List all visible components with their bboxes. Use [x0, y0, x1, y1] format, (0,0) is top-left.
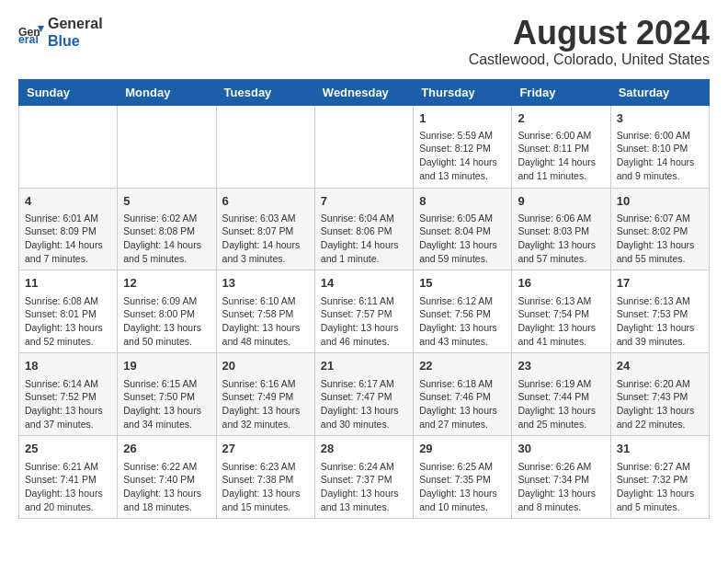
day-info-text: Daylight: 13 hours — [123, 322, 201, 333]
cell-content-13: 13Sunrise: 6:10 AMSunset: 7:58 PMDayligh… — [222, 275, 309, 348]
cell-content-21: 21Sunrise: 6:17 AMSunset: 7:47 PMDayligh… — [321, 358, 407, 431]
day-cell-18: 18Sunrise: 6:14 AMSunset: 7:52 PMDayligh… — [19, 353, 118, 436]
day-cell-17: 17Sunrise: 6:13 AMSunset: 7:53 PMDayligh… — [610, 270, 709, 353]
day-number-30: 30 — [518, 441, 604, 457]
day-number-24: 24 — [617, 358, 703, 374]
day-cell-25: 25Sunrise: 6:21 AMSunset: 7:41 PMDayligh… — [19, 436, 118, 519]
day-info-text: Sunset: 7:44 PM — [518, 391, 589, 402]
day-info-text: Sunrise: 6:13 AM — [617, 295, 690, 306]
day-number-5: 5 — [123, 193, 210, 210]
cell-content-15: 15Sunrise: 6:12 AMSunset: 7:56 PMDayligh… — [419, 275, 506, 348]
day-info-text: and 18 minutes. — [123, 501, 192, 512]
day-info-text: and 59 minutes. — [419, 253, 488, 264]
day-header-tuesday: Tuesday — [216, 79, 314, 105]
day-info-text: Sunrise: 6:23 AM — [222, 461, 296, 472]
day-info-text: Sunset: 7:56 PM — [419, 308, 491, 319]
day-number-12: 12 — [123, 275, 210, 292]
day-number-29: 29 — [419, 441, 506, 457]
day-number-8: 8 — [419, 193, 506, 210]
day-number-10: 10 — [617, 193, 703, 210]
logo-blue: Blue — [48, 33, 80, 49]
day-info-text: Sunrise: 6:10 AM — [222, 295, 296, 306]
week-row-2: 4Sunrise: 6:01 AMSunset: 8:09 PMDaylight… — [19, 188, 710, 270]
day-info-text: Daylight: 14 hours — [25, 239, 103, 250]
empty-cell — [216, 105, 314, 188]
day-number-15: 15 — [419, 275, 506, 292]
location-subtitle: Castlewood, Colorado, United States — [469, 52, 710, 68]
empty-cell — [118, 105, 216, 188]
day-info-text: Daylight: 14 hours — [222, 239, 301, 250]
day-info-text: and 7 minutes. — [25, 253, 88, 264]
day-info-text: and 9 minutes. — [617, 170, 680, 181]
day-cell-26: 26Sunrise: 6:22 AMSunset: 7:40 PMDayligh… — [118, 436, 216, 519]
day-info-text: Sunset: 8:10 PM — [617, 143, 688, 154]
day-cell-3: 3Sunrise: 6:00 AMSunset: 8:10 PMDaylight… — [610, 105, 709, 188]
day-info-text: Sunrise: 6:09 AM — [123, 295, 197, 306]
day-info-text: and 46 minutes. — [321, 336, 390, 347]
day-cell-9: 9Sunrise: 6:06 AMSunset: 8:03 PMDaylight… — [512, 188, 610, 270]
day-number-28: 28 — [321, 441, 407, 457]
day-info-text: and 13 minutes. — [419, 170, 488, 181]
day-number-9: 9 — [518, 193, 604, 210]
cell-content-27: 27Sunrise: 6:23 AMSunset: 7:38 PMDayligh… — [222, 441, 309, 513]
day-cell-28: 28Sunrise: 6:24 AMSunset: 7:37 PMDayligh… — [314, 436, 413, 519]
day-info-text: Sunset: 7:50 PM — [123, 391, 195, 402]
day-info-text: Sunset: 8:12 PM — [419, 143, 491, 154]
day-info-text: Sunset: 7:34 PM — [518, 474, 589, 485]
day-cell-16: 16Sunrise: 6:13 AMSunset: 7:54 PMDayligh… — [512, 270, 610, 353]
day-number-17: 17 — [617, 275, 703, 292]
day-info-text: Daylight: 13 hours — [419, 239, 497, 250]
day-number-16: 16 — [518, 275, 604, 292]
day-number-13: 13 — [222, 275, 309, 292]
day-info-text: Sunset: 8:08 PM — [123, 225, 195, 236]
day-info-text: Sunset: 7:35 PM — [419, 474, 491, 485]
day-info-text: Sunrise: 6:19 AM — [518, 378, 591, 389]
day-number-21: 21 — [321, 358, 407, 374]
day-info-text: Daylight: 13 hours — [419, 322, 497, 333]
cell-content-29: 29Sunrise: 6:25 AMSunset: 7:35 PMDayligh… — [419, 441, 506, 513]
days-header-row: SundayMondayTuesdayWednesdayThursdayFrid… — [19, 79, 710, 105]
day-number-3: 3 — [617, 110, 703, 127]
day-cell-11: 11Sunrise: 6:08 AMSunset: 8:01 PMDayligh… — [19, 270, 118, 353]
day-info-text: Sunset: 7:40 PM — [123, 474, 195, 485]
day-info-text: Sunrise: 6:18 AM — [419, 378, 493, 389]
day-info-text: Sunrise: 6:03 AM — [222, 213, 296, 224]
day-header-friday: Friday — [512, 79, 610, 105]
day-info-text: and 41 minutes. — [518, 336, 586, 347]
day-info-text: Sunset: 8:06 PM — [321, 225, 392, 236]
day-info-text: Daylight: 14 hours — [518, 156, 596, 167]
day-info-text: Sunrise: 6:14 AM — [25, 378, 98, 389]
day-info-text: Sunset: 7:46 PM — [419, 391, 491, 402]
day-number-31: 31 — [617, 441, 703, 457]
cell-content-3: 3Sunrise: 6:00 AMSunset: 8:10 PMDaylight… — [617, 110, 703, 183]
day-info-text: Sunrise: 6:27 AM — [617, 461, 690, 472]
cell-content-4: 4Sunrise: 6:01 AMSunset: 8:09 PMDaylight… — [25, 193, 111, 266]
cell-content-5: 5Sunrise: 6:02 AMSunset: 8:08 PMDaylight… — [123, 193, 210, 266]
day-cell-10: 10Sunrise: 6:07 AMSunset: 8:02 PMDayligh… — [610, 188, 709, 270]
day-info-text: Daylight: 13 hours — [518, 239, 596, 250]
day-info-text: Sunrise: 6:12 AM — [419, 295, 493, 306]
day-info-text: Sunrise: 6:16 AM — [222, 378, 296, 389]
day-number-22: 22 — [419, 358, 506, 374]
day-info-text: Daylight: 14 hours — [419, 156, 497, 167]
day-info-text: Sunset: 7:58 PM — [222, 308, 294, 319]
day-info-text: Sunset: 7:38 PM — [222, 474, 294, 485]
day-cell-13: 13Sunrise: 6:10 AMSunset: 7:58 PMDayligh… — [216, 270, 314, 353]
day-info-text: Daylight: 13 hours — [222, 488, 301, 499]
day-info-text: Sunrise: 6:00 AM — [617, 130, 690, 141]
cell-content-23: 23Sunrise: 6:19 AMSunset: 7:44 PMDayligh… — [518, 358, 604, 431]
day-info-text: Daylight: 13 hours — [518, 405, 596, 416]
day-number-18: 18 — [25, 358, 111, 374]
day-info-text: and 10 minutes. — [419, 501, 488, 512]
logo-general: General — [48, 16, 103, 31]
day-info-text: Sunrise: 5:59 AM — [419, 130, 493, 141]
day-info-text: Sunrise: 6:07 AM — [617, 213, 690, 224]
day-cell-19: 19Sunrise: 6:15 AMSunset: 7:50 PMDayligh… — [118, 353, 216, 436]
day-cell-31: 31Sunrise: 6:27 AMSunset: 7:32 PMDayligh… — [610, 436, 709, 519]
cell-content-20: 20Sunrise: 6:16 AMSunset: 7:49 PMDayligh… — [222, 358, 309, 431]
day-info-text: Daylight: 13 hours — [419, 405, 497, 416]
day-info-text: and 43 minutes. — [419, 336, 488, 347]
day-info-text: Sunrise: 6:06 AM — [518, 213, 591, 224]
day-info-text: and 32 minutes. — [222, 419, 291, 430]
day-info-text: Daylight: 13 hours — [617, 239, 695, 250]
